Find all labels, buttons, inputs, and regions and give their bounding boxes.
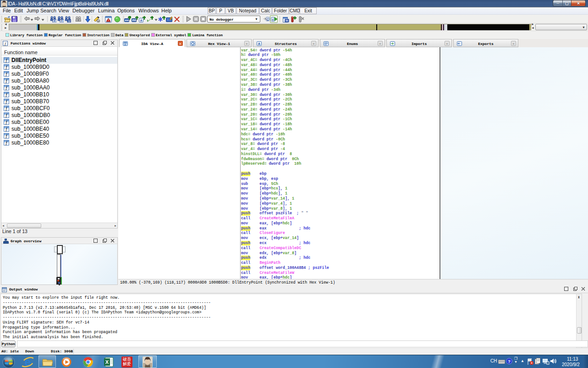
svg-text:C: C [267, 18, 269, 21]
svg-text:12: 12 [68, 20, 71, 22]
svg-text:252: 252 [132, 19, 136, 22]
svg-text:xxx: xxx [125, 19, 129, 22]
svg-text:c: c [272, 18, 274, 21]
svg-text:A: A [140, 19, 142, 22]
svg-text:X: X [105, 359, 109, 365]
svg-text:T: T [61, 19, 63, 22]
svg-text:?: ? [508, 359, 511, 364]
